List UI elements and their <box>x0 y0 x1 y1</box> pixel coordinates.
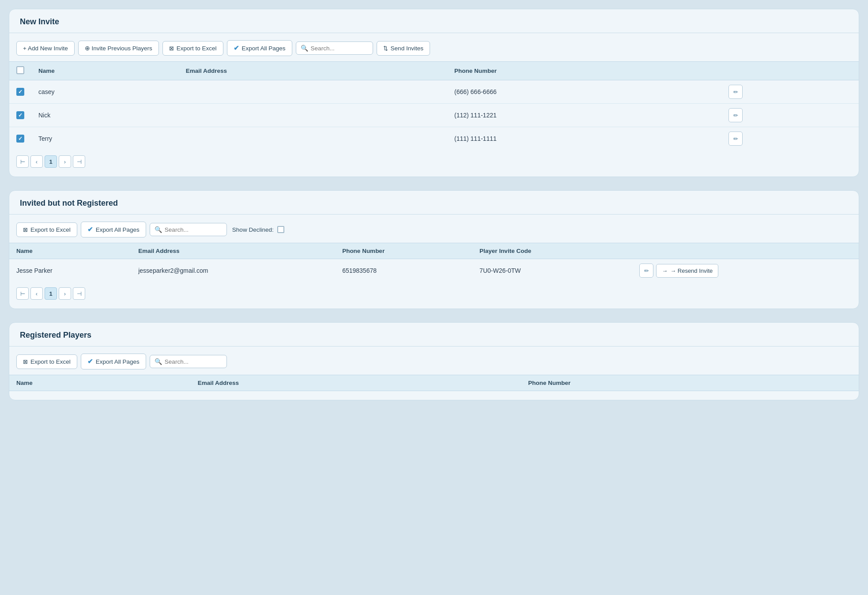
send-invites-label: Send Invites <box>391 45 423 52</box>
page-1-btn-1[interactable]: 1 <box>45 155 57 168</box>
show-declined-container: Show Declined: <box>232 226 284 233</box>
add-new-invite-button[interactable]: + Add New Invite <box>16 41 75 56</box>
header-email: Email Address <box>179 62 447 80</box>
search-icon-3: 🔍 <box>155 358 162 365</box>
excel-icon-3: ⊠ <box>23 358 28 365</box>
row-checkbox-cell <box>9 80 31 104</box>
resend-invite-button-1[interactable]: → → Resend Invite <box>656 264 718 278</box>
row-email-3 <box>179 127 447 151</box>
page-next-btn-2[interactable]: › <box>59 287 71 300</box>
registered-players-title: Registered Players <box>9 323 859 346</box>
row-phone-3: (111) 111-1111 <box>447 127 721 151</box>
search-box-1: 🔍 <box>296 41 373 55</box>
row-checkbox-cell <box>9 127 31 151</box>
check-icon-3: ✔ <box>87 358 93 365</box>
page-first-btn-1[interactable]: ⊢ <box>16 155 29 168</box>
send-icon: ⇅ <box>383 45 388 52</box>
row-phone-1: (666) 666-6666 <box>447 80 721 104</box>
page-first-btn-2[interactable]: ⊢ <box>16 287 29 300</box>
page-prev-btn-1[interactable]: ‹ <box>30 155 43 168</box>
row-checkbox-cell <box>9 104 31 127</box>
new-invite-title: New Invite <box>9 9 859 33</box>
show-declined-label: Show Declined: <box>232 226 274 233</box>
invited-not-registered-section: Invited but not Registered ⊠ Export to E… <box>9 190 859 309</box>
edit-button-2[interactable]: ✏ <box>728 108 743 122</box>
row-actions-1: ✏ <box>721 80 859 104</box>
invited-row-code-1: 7U0-W26-0TW <box>472 259 632 282</box>
registered-toolbar: ⊠ Export to Excel ✔ Export All Pages 🔍 <box>9 346 859 375</box>
show-declined-checkbox[interactable] <box>277 226 284 233</box>
search-box-3: 🔍 <box>150 355 227 368</box>
table-row: Nick (112) 111-1221 ✏ <box>9 104 859 127</box>
edit-button-invited-1[interactable]: ✏ <box>639 264 653 278</box>
page-last-btn-2[interactable]: ⊣ <box>73 287 85 300</box>
excel-icon-1: ⊠ <box>169 45 174 52</box>
invite-previous-players-button[interactable]: ⊕ Invite Previous Players <box>78 41 159 56</box>
registered-header-row: Name Email Address Phone Number <box>9 375 859 391</box>
header-name: Name <box>31 62 179 80</box>
export-all-pages-label-3: Export All Pages <box>96 358 140 365</box>
export-all-pages-button-2[interactable]: ✔ Export All Pages <box>81 222 146 237</box>
action-cell-1: ✏ → → Resend Invite <box>639 264 852 278</box>
page-prev-btn-2[interactable]: ‹ <box>30 287 43 300</box>
registered-header-phone: Phone Number <box>521 375 859 391</box>
invited-header-row: Name Email Address Phone Number Player I… <box>9 243 859 259</box>
row-checkbox-1[interactable] <box>16 88 24 96</box>
resend-label: → Resend Invite <box>670 267 713 274</box>
page-next-btn-1[interactable]: › <box>59 155 71 168</box>
new-invite-section: New Invite + Add New Invite ⊕ Invite Pre… <box>9 9 859 177</box>
registered-table: Name Email Address Phone Number <box>9 375 859 391</box>
registered-players-section: Registered Players ⊠ Export to Excel ✔ E… <box>9 322 859 400</box>
table-row: Terry (111) 111-1111 ✏ <box>9 127 859 151</box>
row-checkbox-2[interactable] <box>16 111 24 119</box>
invited-header-actions <box>632 243 859 259</box>
invited-row-name-1: Jesse Parker <box>9 259 131 282</box>
new-invite-pagination: ⊢ ‹ 1 › ⊣ <box>9 150 859 168</box>
header-actions <box>721 62 859 80</box>
new-invite-table: Name Email Address Phone Number casey (6… <box>9 61 859 150</box>
invited-pagination: ⊢ ‹ 1 › ⊣ <box>9 282 859 300</box>
row-email-1 <box>179 80 447 104</box>
excel-icon-2: ⊠ <box>23 226 28 233</box>
invited-row-phone-1: 6519835678 <box>335 259 472 282</box>
export-excel-button-1[interactable]: ⊠ Export to Excel <box>162 41 223 56</box>
header-phone: Phone Number <box>447 62 721 80</box>
page-last-btn-1[interactable]: ⊣ <box>73 155 85 168</box>
export-excel-label-3: Export to Excel <box>30 358 71 365</box>
row-name-3: Terry <box>31 127 179 151</box>
export-all-pages-button-3[interactable]: ✔ Export All Pages <box>81 354 146 369</box>
search-input-2[interactable] <box>165 226 222 233</box>
invited-row-email-1: jesseparker2@gmail.com <box>131 259 335 282</box>
search-icon-1: 🔍 <box>301 45 308 52</box>
edit-button-3[interactable]: ✏ <box>728 132 743 146</box>
row-name-2: Nick <box>31 104 179 127</box>
search-box-2: 🔍 <box>150 223 227 236</box>
invite-previous-label: ⊕ Invite Previous Players <box>85 45 152 52</box>
new-invite-toolbar: + Add New Invite ⊕ Invite Previous Playe… <box>9 33 859 61</box>
export-all-pages-button-1[interactable]: ✔ Export All Pages <box>227 40 292 56</box>
table-row: casey (666) 666-6666 ✏ <box>9 80 859 104</box>
check-icon-2: ✔ <box>87 226 93 233</box>
registered-header-name: Name <box>9 375 191 391</box>
export-excel-button-3[interactable]: ⊠ Export to Excel <box>16 354 77 369</box>
export-excel-label-1: Export to Excel <box>177 45 217 52</box>
row-actions-2: ✏ <box>721 104 859 127</box>
header-checkbox-cell <box>9 62 31 80</box>
select-all-checkbox[interactable] <box>16 66 24 74</box>
send-invites-button[interactable]: ⇅ Send Invites <box>377 41 430 56</box>
search-input-3[interactable] <box>165 358 222 365</box>
row-checkbox-3[interactable] <box>16 135 24 143</box>
invited-not-registered-title: Invited but not Registered <box>9 191 859 215</box>
edit-button-1[interactable]: ✏ <box>728 85 743 99</box>
search-icon-2: 🔍 <box>155 226 162 233</box>
row-name-1: casey <box>31 80 179 104</box>
export-all-pages-label-2: Export All Pages <box>96 226 140 233</box>
table-row: Jesse Parker jesseparker2@gmail.com 6519… <box>9 259 859 282</box>
resend-icon: → <box>662 267 668 274</box>
search-input-1[interactable] <box>311 45 368 52</box>
export-excel-button-2[interactable]: ⊠ Export to Excel <box>16 222 77 237</box>
page-1-btn-2[interactable]: 1 <box>45 287 57 300</box>
invited-header-invite-code: Player Invite Code <box>472 243 632 259</box>
invited-header-name: Name <box>9 243 131 259</box>
invited-row-actions-1: ✏ → → Resend Invite <box>632 259 859 282</box>
